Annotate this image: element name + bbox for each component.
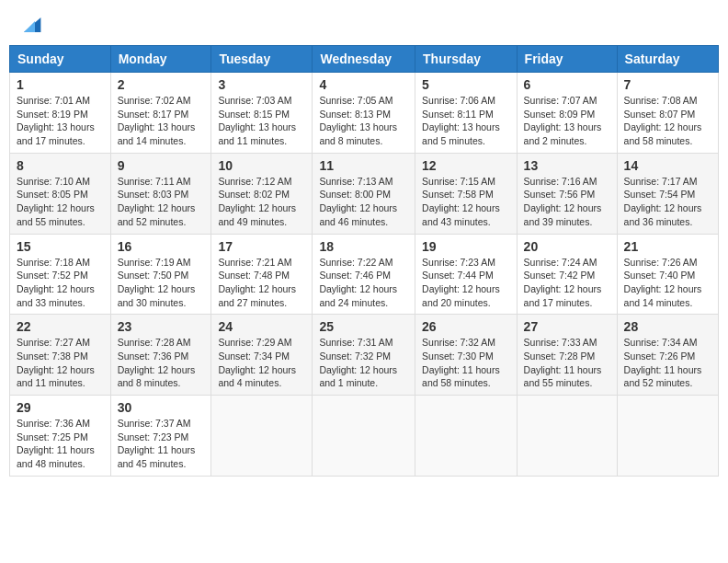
calendar-week-row: 15Sunrise: 7:18 AMSunset: 7:52 PMDayligh…: [10, 234, 719, 315]
calendar-cell: 18Sunrise: 7:22 AMSunset: 7:46 PMDayligh…: [313, 234, 415, 315]
weekday-header-monday: Monday: [110, 46, 211, 73]
day-number: 28: [624, 319, 711, 334]
calendar-cell: 3Sunrise: 7:03 AMSunset: 8:15 PMDaylight…: [211, 73, 313, 154]
calendar-cell: 17Sunrise: 7:21 AMSunset: 7:48 PMDayligh…: [211, 234, 313, 315]
day-info: Sunrise: 7:03 AMSunset: 8:15 PMDaylight:…: [218, 94, 305, 148]
weekday-header-wednesday: Wednesday: [313, 46, 415, 73]
day-number: 9: [118, 158, 205, 173]
calendar-cell: 2Sunrise: 7:02 AMSunset: 8:17 PMDaylight…: [110, 73, 211, 154]
day-number: 27: [524, 319, 610, 334]
day-number: 18: [319, 239, 408, 254]
day-info: Sunrise: 7:23 AMSunset: 7:44 PMDaylight:…: [422, 256, 510, 310]
day-number: 11: [319, 158, 408, 173]
calendar-table: SundayMondayTuesdayWednesdayThursdayFrid…: [9, 45, 719, 477]
day-number: 26: [422, 319, 510, 334]
day-info: Sunrise: 7:16 AMSunset: 7:56 PMDaylight:…: [524, 175, 610, 229]
day-info: Sunrise: 7:29 AMSunset: 7:34 PMDaylight:…: [218, 336, 305, 390]
day-number: 10: [218, 158, 305, 173]
day-number: 14: [624, 158, 711, 173]
day-info: Sunrise: 7:28 AMSunset: 7:36 PMDaylight:…: [118, 336, 205, 390]
calendar-cell: 21Sunrise: 7:26 AMSunset: 7:40 PMDayligh…: [617, 234, 718, 315]
day-info: Sunrise: 7:11 AMSunset: 8:03 PMDaylight:…: [118, 175, 205, 229]
day-info: Sunrise: 7:37 AMSunset: 7:23 PMDaylight:…: [118, 417, 205, 471]
calendar-cell: [517, 396, 617, 477]
day-number: 30: [118, 400, 205, 415]
day-number: 17: [218, 239, 305, 254]
day-number: 20: [524, 239, 610, 254]
weekday-header-sunday: Sunday: [10, 46, 111, 73]
calendar-cell: 11Sunrise: 7:13 AMSunset: 8:00 PMDayligh…: [313, 153, 415, 234]
day-number: 19: [422, 239, 510, 254]
day-number: 29: [17, 400, 104, 415]
day-info: Sunrise: 7:22 AMSunset: 7:46 PMDaylight:…: [319, 256, 408, 310]
day-info: Sunrise: 7:08 AMSunset: 8:07 PMDaylight:…: [624, 94, 711, 148]
page-header: [9, 9, 719, 36]
day-number: 12: [422, 158, 510, 173]
calendar-cell: 27Sunrise: 7:33 AMSunset: 7:28 PMDayligh…: [517, 315, 617, 396]
weekday-header-thursday: Thursday: [415, 46, 518, 73]
calendar-cell: [211, 396, 313, 477]
day-info: Sunrise: 7:12 AMSunset: 8:02 PMDaylight:…: [218, 175, 305, 229]
calendar-cell: 30Sunrise: 7:37 AMSunset: 7:23 PMDayligh…: [110, 396, 211, 477]
day-info: Sunrise: 7:15 AMSunset: 7:58 PMDaylight:…: [422, 175, 510, 229]
logo-icon: [20, 14, 42, 36]
calendar-cell: 7Sunrise: 7:08 AMSunset: 8:07 PMDaylight…: [617, 73, 718, 154]
calendar-cell: 25Sunrise: 7:31 AMSunset: 7:32 PMDayligh…: [313, 315, 415, 396]
day-number: 22: [17, 319, 104, 334]
day-info: Sunrise: 7:13 AMSunset: 8:00 PMDaylight:…: [319, 175, 408, 229]
day-number: 1: [17, 77, 104, 92]
calendar-week-row: 8Sunrise: 7:10 AMSunset: 8:05 PMDaylight…: [10, 153, 719, 234]
calendar-cell: 6Sunrise: 7:07 AMSunset: 8:09 PMDaylight…: [517, 73, 617, 154]
calendar-cell: 16Sunrise: 7:19 AMSunset: 7:50 PMDayligh…: [110, 234, 211, 315]
day-info: Sunrise: 7:02 AMSunset: 8:17 PMDaylight:…: [118, 94, 205, 148]
calendar-cell: [313, 396, 415, 477]
day-info: Sunrise: 7:01 AMSunset: 8:19 PMDaylight:…: [17, 94, 104, 148]
day-info: Sunrise: 7:10 AMSunset: 8:05 PMDaylight:…: [17, 175, 104, 229]
day-info: Sunrise: 7:32 AMSunset: 7:30 PMDaylight:…: [422, 336, 510, 390]
day-info: Sunrise: 7:34 AMSunset: 7:26 PMDaylight:…: [624, 336, 711, 390]
day-info: Sunrise: 7:27 AMSunset: 7:38 PMDaylight:…: [17, 336, 104, 390]
day-number: 5: [422, 77, 510, 92]
day-info: Sunrise: 7:31 AMSunset: 7:32 PMDaylight:…: [319, 336, 408, 390]
calendar-cell: 28Sunrise: 7:34 AMSunset: 7:26 PMDayligh…: [617, 315, 718, 396]
day-info: Sunrise: 7:36 AMSunset: 7:25 PMDaylight:…: [17, 417, 104, 471]
calendar-week-row: 1Sunrise: 7:01 AMSunset: 8:19 PMDaylight…: [10, 73, 719, 154]
calendar-cell: 23Sunrise: 7:28 AMSunset: 7:36 PMDayligh…: [110, 315, 211, 396]
day-number: 13: [524, 158, 610, 173]
day-number: 25: [319, 319, 408, 334]
calendar-cell: 15Sunrise: 7:18 AMSunset: 7:52 PMDayligh…: [10, 234, 111, 315]
day-number: 4: [319, 77, 408, 92]
day-info: Sunrise: 7:24 AMSunset: 7:42 PMDaylight:…: [524, 256, 610, 310]
calendar-cell: 20Sunrise: 7:24 AMSunset: 7:42 PMDayligh…: [517, 234, 617, 315]
day-number: 24: [218, 319, 305, 334]
svg-marker-1: [24, 21, 35, 32]
day-number: 23: [118, 319, 205, 334]
calendar-cell: 13Sunrise: 7:16 AMSunset: 7:56 PMDayligh…: [517, 153, 617, 234]
day-number: 6: [524, 77, 610, 92]
calendar-cell: 5Sunrise: 7:06 AMSunset: 8:11 PMDaylight…: [415, 73, 518, 154]
calendar-week-row: 29Sunrise: 7:36 AMSunset: 7:25 PMDayligh…: [10, 396, 719, 477]
calendar-cell: 10Sunrise: 7:12 AMSunset: 8:02 PMDayligh…: [211, 153, 313, 234]
calendar-week-row: 22Sunrise: 7:27 AMSunset: 7:38 PMDayligh…: [10, 315, 719, 396]
day-info: Sunrise: 7:21 AMSunset: 7:48 PMDaylight:…: [218, 256, 305, 310]
day-info: Sunrise: 7:06 AMSunset: 8:11 PMDaylight:…: [422, 94, 510, 148]
day-info: Sunrise: 7:18 AMSunset: 7:52 PMDaylight:…: [17, 256, 104, 310]
calendar-cell: 1Sunrise: 7:01 AMSunset: 8:19 PMDaylight…: [10, 73, 111, 154]
day-info: Sunrise: 7:19 AMSunset: 7:50 PMDaylight:…: [118, 256, 205, 310]
logo: [18, 14, 42, 31]
day-info: Sunrise: 7:26 AMSunset: 7:40 PMDaylight:…: [624, 256, 711, 310]
calendar-cell: [415, 396, 518, 477]
day-number: 16: [118, 239, 205, 254]
calendar-cell: 19Sunrise: 7:23 AMSunset: 7:44 PMDayligh…: [415, 234, 518, 315]
weekday-header-row: SundayMondayTuesdayWednesdayThursdayFrid…: [10, 46, 719, 73]
calendar-cell: 24Sunrise: 7:29 AMSunset: 7:34 PMDayligh…: [211, 315, 313, 396]
day-number: 2: [118, 77, 205, 92]
weekday-header-friday: Friday: [517, 46, 617, 73]
calendar-cell: 9Sunrise: 7:11 AMSunset: 8:03 PMDaylight…: [110, 153, 211, 234]
calendar-cell: 12Sunrise: 7:15 AMSunset: 7:58 PMDayligh…: [415, 153, 518, 234]
calendar-cell: [617, 396, 718, 477]
day-number: 3: [218, 77, 305, 92]
day-number: 15: [17, 239, 104, 254]
calendar-cell: 4Sunrise: 7:05 AMSunset: 8:13 PMDaylight…: [313, 73, 415, 154]
weekday-header-tuesday: Tuesday: [211, 46, 313, 73]
